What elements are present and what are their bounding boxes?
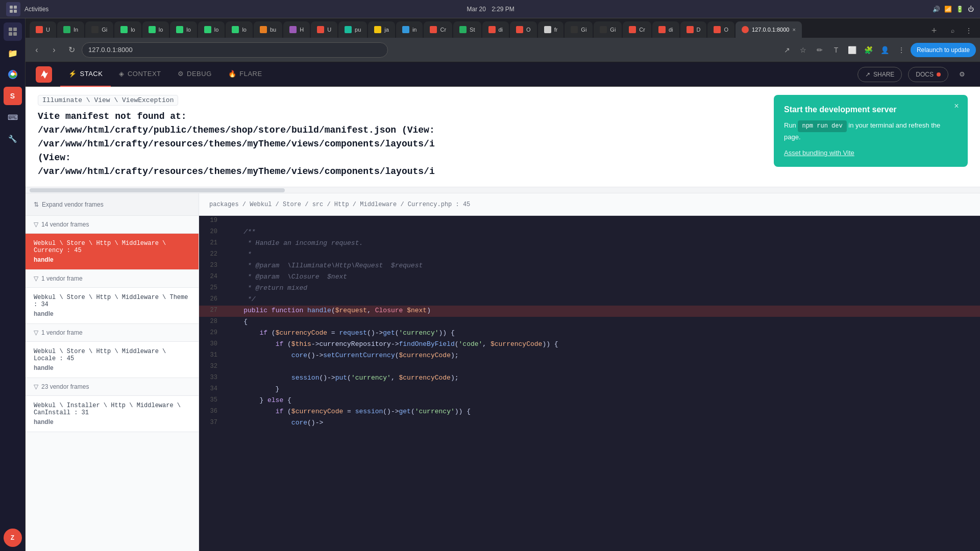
code-breadcrumb: packages / Webkul / Store / src / Http /… <box>199 193 980 216</box>
code-body[interactable]: 19 20 /** 21 * Handle an incoming reques… <box>199 216 980 551</box>
tab-o2[interactable]: O <box>707 21 734 38</box>
tab-more-icon[interactable]: ⋮ <box>962 23 976 38</box>
tab-lo1[interactable]: lo <box>114 21 141 38</box>
tab-lo5[interactable]: lo <box>226 21 253 38</box>
tab-st[interactable]: St <box>453 21 481 38</box>
tab-lo3[interactable]: lo <box>170 21 197 38</box>
tooltip-link[interactable]: Asset bundling with Vite <box>784 149 958 157</box>
power-icon[interactable]: ⏻ <box>968 6 974 13</box>
code-line-20: 20 /** <box>199 227 980 238</box>
tab-di2[interactable]: di <box>652 21 679 38</box>
edit-icon[interactable]: ✏ <box>813 43 827 57</box>
tab-in2[interactable]: in <box>396 21 423 38</box>
tab-lo4[interactable]: lo <box>198 21 225 38</box>
tab-group: U In Gi lo lo lo lo lo bu H U pu ja in C… <box>30 21 927 38</box>
code-line-32: 32 <box>199 362 980 373</box>
tab-lo2[interactable]: lo <box>142 21 169 38</box>
frame-4-name: Webkul \ Installer \ Http \ Middleware \… <box>34 402 190 416</box>
back-button[interactable]: ‹ <box>30 43 44 57</box>
tooltip-close-icon[interactable]: × <box>951 101 962 111</box>
tab-pu[interactable]: pu <box>338 21 367 38</box>
translate-icon[interactable]: T <box>829 43 843 57</box>
reload-button[interactable]: ↻ <box>64 43 79 57</box>
taskbar-activities[interactable]: Activities <box>24 6 48 13</box>
tab-context[interactable]: ◈ CONTEXT <box>111 62 169 87</box>
error-class: Illuminate \ View \ ViewException <box>38 95 178 106</box>
frame-item-3[interactable]: Webkul \ Store \ Http \ Middleware \ Loc… <box>26 342 199 378</box>
wifi-icon[interactable]: 📶 <box>944 6 952 13</box>
tab-close-icon[interactable]: × <box>792 27 795 33</box>
relaunch-button[interactable]: Relaunch to update <box>911 43 976 57</box>
tab-flare[interactable]: 🔥 FLARE <box>220 62 271 87</box>
tooltip-title: Start the development server <box>784 105 958 114</box>
address-bar-row: ‹ › ↻ ↗ ☆ ✏ T ⬜ 🧩 👤 ⋮ Relaunch to update <box>26 38 980 62</box>
expand-vendor-button[interactable]: ⇅ Expand vendor frames <box>34 201 104 208</box>
forward-button[interactable]: › <box>47 43 61 57</box>
toolbar-icons: ↗ ☆ ✏ T ⬜ 🧩 👤 ⋮ Relaunch to update <box>780 43 976 57</box>
battery-icon[interactable]: 🔋 <box>956 6 964 13</box>
tab-in[interactable]: In <box>57 21 84 38</box>
sidebar-icon-zapier[interactable]: Z <box>4 529 22 547</box>
frame-item-active[interactable]: Webkul \ Store \ Http \ Middleware \ Cur… <box>26 234 199 270</box>
error-header: Illuminate \ View \ ViewException PHP 8.… <box>26 87 980 187</box>
sidebar-icon-grid[interactable] <box>4 22 22 41</box>
tab-gi3[interactable]: Gi <box>594 21 622 38</box>
extensions-icon[interactable]: 🧩 <box>862 43 876 57</box>
tab-ja[interactable]: ja <box>368 21 395 38</box>
new-tab-button[interactable]: + <box>927 23 941 38</box>
tab-d[interactable]: D <box>680 21 707 38</box>
tab-cr[interactable]: Cr <box>424 21 452 38</box>
sidebar-icon-terminal[interactable]: ⌨ <box>4 108 22 127</box>
vendor-frames-row-4[interactable]: ▽ 23 vendor frames <box>26 378 199 396</box>
taskbar-date: Mar 20 <box>467 6 485 13</box>
tab-cr2[interactable]: Cr <box>623 21 651 38</box>
chrome-window: U In Gi lo lo lo lo lo bu H U pu ja in C… <box>26 18 980 551</box>
profile-icon[interactable]: 👤 <box>878 43 892 57</box>
lens-icon[interactable]: ⬜ <box>845 43 860 57</box>
sidebar-icon-ignition[interactable]: S <box>4 87 22 105</box>
tab-u1[interactable]: U <box>30 21 56 38</box>
svg-rect-0 <box>10 6 13 9</box>
sidebar-icon-chrome[interactable] <box>4 65 22 84</box>
svg-rect-1 <box>14 6 17 9</box>
tab-bu[interactable]: bu <box>254 21 282 38</box>
svg-rect-3 <box>14 10 17 13</box>
frame-item-4[interactable]: Webkul \ Installer \ Http \ Middleware \… <box>26 396 199 432</box>
tab-debug[interactable]: ⚙ DEBUG <box>169 62 220 87</box>
app-grid-icon[interactable] <box>6 2 20 16</box>
vendor-frames-row-3[interactable]: ▽ 1 vendor frame <box>26 324 199 342</box>
vendor-frames-row-2[interactable]: ▽ 1 vendor frame <box>26 270 199 288</box>
error-scrollbar-thumb[interactable] <box>30 188 285 192</box>
code-line-35: 35 } else { <box>199 395 980 407</box>
tab-fr[interactable]: fr <box>538 21 564 38</box>
chrome-menu-icon[interactable]: ⋮ <box>894 43 909 57</box>
tab-ignition[interactable]: 127.0.0.1:8000× <box>736 21 802 38</box>
frame-item-2[interactable]: Webkul \ Store \ Http \ Middleware \ The… <box>26 288 199 324</box>
tab-di1[interactable]: di <box>482 21 509 38</box>
tooltip-command: npm run dev <box>798 120 846 132</box>
address-input[interactable] <box>82 42 388 58</box>
code-line-21: 21 * Handle an incoming request. <box>199 238 980 249</box>
sidebar-icon-tools[interactable]: 🔧 <box>4 130 22 148</box>
ignition-body: ⇅ Expand vendor frames ▽ 14 vendor frame… <box>26 193 980 551</box>
volume-icon[interactable]: 🔊 <box>933 6 940 13</box>
flare-icon: 🔥 <box>228 70 237 78</box>
share-button[interactable]: ↗ SHARE <box>857 67 902 82</box>
tab-o1[interactable]: O <box>510 21 537 38</box>
tab-u2[interactable]: U <box>311 21 337 38</box>
vendor-frames-row-1[interactable]: ▽ 14 vendor frames <box>26 216 199 234</box>
svg-rect-7 <box>13 32 17 36</box>
docs-button[interactable]: DOCS <box>908 67 948 82</box>
debug-icon: ⚙ <box>178 70 184 78</box>
tab-h[interactable]: H <box>283 21 310 38</box>
share-page-icon[interactable]: ↗ <box>780 43 794 57</box>
tab-search-icon[interactable]: ⌕ <box>945 23 960 38</box>
tab-gi1[interactable]: Gi <box>85 21 113 38</box>
code-line-37: 37 core()-> <box>199 418 980 429</box>
vendor-collapse-icon: ▽ <box>34 221 38 228</box>
tab-stack[interactable]: ⚡ STACK <box>60 62 111 87</box>
bookmark-icon[interactable]: ☆ <box>796 43 811 57</box>
settings-icon[interactable]: ⚙ <box>954 67 970 82</box>
tab-gi2[interactable]: Gi <box>565 21 593 38</box>
sidebar-icon-files[interactable]: 📁 <box>4 44 22 62</box>
